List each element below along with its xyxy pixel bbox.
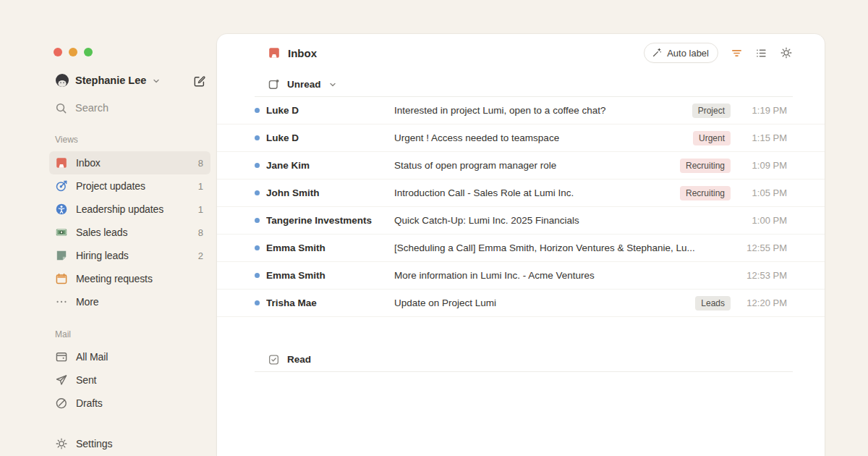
auto-label-icon (651, 47, 663, 59)
email-time: 12:55 PM (741, 242, 787, 253)
unread-dot-icon (255, 190, 260, 195)
sidebar-item-count: 1 (198, 181, 203, 192)
sidebar-item-sales-leads[interactable]: Sales leads 8 (49, 221, 210, 244)
email-subject: Urgent ! Access needed to teamspace (394, 132, 684, 143)
chevron-down-icon (152, 77, 161, 85)
unread-dot-icon (255, 108, 260, 113)
email-subject: Quick Catch-Up: Lumi Inc. 2025 Financial… (394, 215, 731, 226)
gear-icon (55, 437, 68, 450)
sidebar-item-leadership-updates[interactable]: Leadership updates 1 (49, 198, 210, 221)
gear-icon[interactable] (780, 46, 793, 59)
sidebar-item-drafts[interactable]: Drafts (49, 392, 210, 415)
email-sender: Emma Smith (266, 242, 394, 253)
email-sender: Trisha Mae (266, 297, 394, 308)
filter-icon[interactable] (731, 47, 743, 59)
unread-dot-icon (255, 218, 260, 223)
sidebar-item-all-mail[interactable]: All Mail (49, 345, 210, 368)
email-time: 12:53 PM (741, 270, 787, 281)
unread-dot-icon (255, 135, 260, 140)
calendar-icon (55, 272, 68, 285)
email-row[interactable]: John Smith Introduction Call - Sales Rol… (217, 180, 825, 207)
inbox-icon (268, 46, 281, 59)
sidebar-item-label: Sales leads (76, 227, 127, 238)
email-subject: Status of open program manager role (394, 160, 671, 171)
email-sender: Tangerine Investments (266, 215, 394, 226)
auto-label-text: Auto label (667, 48, 709, 59)
email-subject: [Scheduling a Call] Emma Smith, Horizon … (394, 242, 731, 253)
email-label-badge[interactable]: Recruiting (680, 159, 731, 173)
page-title: Inbox (288, 47, 317, 59)
unread-dot-icon (255, 163, 260, 168)
email-sender: John Smith (266, 187, 394, 198)
avatar (55, 73, 69, 88)
email-sender: Luke D (266, 132, 394, 143)
email-label-badge[interactable]: Urgent (693, 131, 731, 145)
unread-dot-icon (255, 245, 260, 250)
allmail-icon (55, 350, 68, 363)
email-subject: Introduction Call - Sales Role at Lumi I… (394, 187, 671, 198)
read-group-header[interactable]: Read (217, 347, 825, 371)
auto-label-button[interactable]: Auto label (644, 43, 718, 63)
search-input[interactable]: Search (49, 97, 210, 119)
account-switcher[interactable]: Stephanie Lee (49, 69, 210, 91)
search-placeholder: Search (75, 102, 109, 114)
settings-label: Settings (76, 438, 113, 449)
email-time: 1:15 PM (741, 132, 787, 143)
target-icon (55, 180, 68, 193)
user-name: Stephanie Lee (75, 75, 146, 86)
sidebar-item-meeting-requests[interactable]: Meeting requests (49, 267, 210, 290)
unread-dot-icon (255, 273, 260, 278)
compose-icon[interactable] (192, 74, 206, 88)
email-row[interactable]: Trisha Mae Update on Project Lumi Leads … (217, 290, 825, 317)
sidebar-item-hiring-leads[interactable]: Hiring leads 2 (49, 244, 210, 267)
unread-group-header[interactable]: Unread (217, 72, 825, 96)
email-sender: Luke D (266, 105, 394, 116)
email-time: 1:19 PM (741, 105, 787, 116)
window-controls (54, 48, 93, 56)
sidebar-item-settings[interactable]: Settings (49, 432, 210, 455)
more-icon (55, 295, 68, 308)
divider (255, 371, 793, 372)
sidebar-item-label: Drafts (76, 397, 103, 409)
email-time: 1:09 PM (741, 160, 787, 171)
email-time: 1:00 PM (741, 215, 787, 226)
sidebar-item-label: More (76, 296, 99, 308)
unread-dot-icon (255, 300, 260, 305)
sidebar-item-sent[interactable]: Sent (49, 368, 210, 392)
sidebar-item-label: Inbox (76, 157, 101, 169)
read-icon (268, 353, 280, 366)
sidebar-item-project-updates[interactable]: Project updates 1 (49, 174, 210, 198)
banknote-icon (55, 226, 68, 239)
sidebar-item-inbox[interactable]: Inbox 8 (49, 151, 210, 174)
email-time: 1:05 PM (741, 187, 787, 198)
inbox-header: Inbox Auto label (217, 34, 825, 72)
sidebar-item-label: Hiring leads (76, 250, 129, 261)
sidebar-item-label: Sent (76, 374, 96, 386)
section-title-mail: Mail (49, 329, 210, 339)
draft-icon (55, 397, 68, 410)
list-view-icon[interactable] (755, 47, 767, 59)
inbox-icon (55, 156, 68, 169)
email-sender: Jane Kim (266, 160, 394, 171)
unread-icon (268, 78, 280, 90)
email-sender: Emma Smith (266, 270, 394, 281)
send-icon (55, 373, 68, 387)
email-row[interactable]: Jane Kim Status of open program manager … (217, 152, 825, 180)
email-list: Luke D Interested in project Lumi, open … (217, 97, 825, 317)
unread-label: Unread (287, 79, 321, 90)
minimize-button[interactable] (69, 48, 77, 56)
email-row[interactable]: Emma Smith [Scheduling a Call] Emma Smit… (217, 235, 825, 262)
email-label-badge[interactable]: Leads (695, 296, 731, 311)
email-row[interactable]: Emma Smith More information in Lumi Inc.… (217, 262, 825, 290)
email-label-badge[interactable]: Recruiting (680, 186, 731, 200)
email-label-badge[interactable]: Project (692, 104, 731, 118)
sidebar-item-count: 2 (198, 250, 203, 261)
sidebar-item-label: All Mail (76, 351, 108, 363)
email-row[interactable]: Luke D Urgent ! Access needed to teamspa… (217, 124, 825, 152)
email-row[interactable]: Tangerine Investments Quick Catch-Up: Lu… (217, 207, 825, 235)
inbox-panel: Inbox Auto label (217, 34, 825, 456)
email-row[interactable]: Luke D Interested in project Lumi, open … (217, 97, 825, 124)
sidebar-item-more[interactable]: More (49, 290, 210, 313)
zoom-button[interactable] (84, 48, 93, 56)
close-button[interactable] (54, 48, 62, 56)
